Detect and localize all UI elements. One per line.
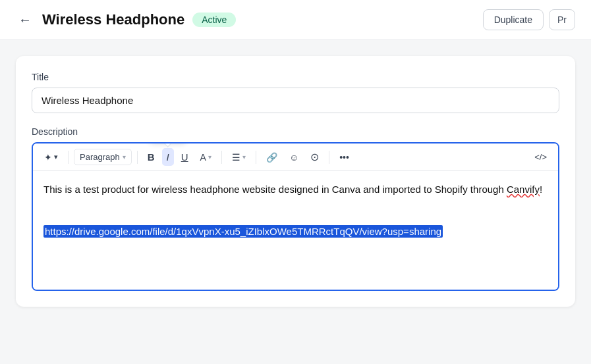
underline-label: U <box>181 151 188 163</box>
font-color-button[interactable]: A ▾ <box>196 149 216 166</box>
preview-button[interactable]: Pr <box>549 9 575 30</box>
italic-tooltip: Italic <box>148 142 187 143</box>
description-editor: ✦ ▾ Paragraph ▾ B <box>32 142 559 291</box>
bold-label: B <box>148 151 155 163</box>
font-color-icon: A <box>200 152 206 163</box>
description-spacer <box>43 203 548 219</box>
back-icon: ← <box>18 13 32 27</box>
description-label: Description <box>32 126 559 137</box>
align-icon: ☰ <box>232 152 240 163</box>
toolbar-separator-2 <box>137 151 138 164</box>
link-icon: 🔗 <box>266 152 277 163</box>
page-header: ← Wireless Headphone Active Duplicate Pr <box>0 0 591 40</box>
italic-button[interactable]: I <box>162 148 174 166</box>
ai-toolbar-button[interactable]: ✦ ▾ <box>40 149 63 166</box>
italic-label: I <box>167 151 169 163</box>
title-label: Title <box>32 72 559 82</box>
code-view-button[interactable]: </> <box>530 149 551 165</box>
media-button[interactable]: ⊙ <box>306 147 324 167</box>
emoji-button[interactable]: ☺ <box>285 149 303 166</box>
magic-icon: ✦ <box>44 152 52 163</box>
editor-toolbar: ✦ ▾ Paragraph ▾ B <box>33 143 558 171</box>
main-content: Title Description ✦ ▾ Paragraph <box>0 40 591 323</box>
font-color-chevron-icon: ▾ <box>208 153 211 161</box>
toolbar-separator-5 <box>329 151 329 164</box>
editor-body[interactable]: This is a test product for wireless head… <box>33 171 558 290</box>
toolbar-separator-3 <box>221 151 222 164</box>
more-options-icon: ••• <box>339 152 349 163</box>
align-button[interactable]: ☰ ▾ <box>227 149 250 166</box>
align-chevron-icon: ▾ <box>242 153 246 161</box>
status-badge: Active <box>192 13 236 27</box>
paragraph-dropdown[interactable]: Paragraph ▾ <box>74 149 132 165</box>
more-options-button[interactable]: ••• <box>335 149 354 166</box>
toolbar-separator-1 <box>68 151 69 164</box>
duplicate-button[interactable]: Duplicate <box>483 9 544 30</box>
link-button[interactable]: 🔗 <box>262 149 282 166</box>
description-field-group: Description ✦ ▾ Paragraph ▾ <box>32 126 559 291</box>
media-icon: ⊙ <box>310 151 319 163</box>
header-actions: Duplicate Pr <box>483 9 575 30</box>
italic-wrapper: Italic I <box>162 148 174 166</box>
toolbar-separator-4 <box>256 151 256 164</box>
title-field-group: Title <box>32 72 559 113</box>
description-url-paragraph: https://drive.google.com/file/d/1qxVvpnX… <box>43 224 548 240</box>
canvify-text: Canvify <box>507 184 540 195</box>
description-paragraph: This is a test product for wireless head… <box>43 182 548 197</box>
back-button[interactable]: ← <box>16 11 34 29</box>
product-card: Title Description ✦ ▾ Paragraph <box>16 56 575 307</box>
url-link[interactable]: https://drive.google.com/file/d/1qxVvpnX… <box>43 225 443 238</box>
emoji-icon: ☺ <box>289 152 298 163</box>
ai-chevron-icon: ▾ <box>54 153 58 161</box>
bold-button[interactable]: B <box>143 148 159 166</box>
title-input[interactable] <box>32 88 559 113</box>
code-icon: </> <box>534 152 547 162</box>
underline-button[interactable]: U <box>177 148 193 166</box>
paragraph-chevron-icon: ▾ <box>123 153 126 161</box>
page-title: Wireless Headphone <box>42 11 184 28</box>
paragraph-label: Paragraph <box>80 152 120 162</box>
